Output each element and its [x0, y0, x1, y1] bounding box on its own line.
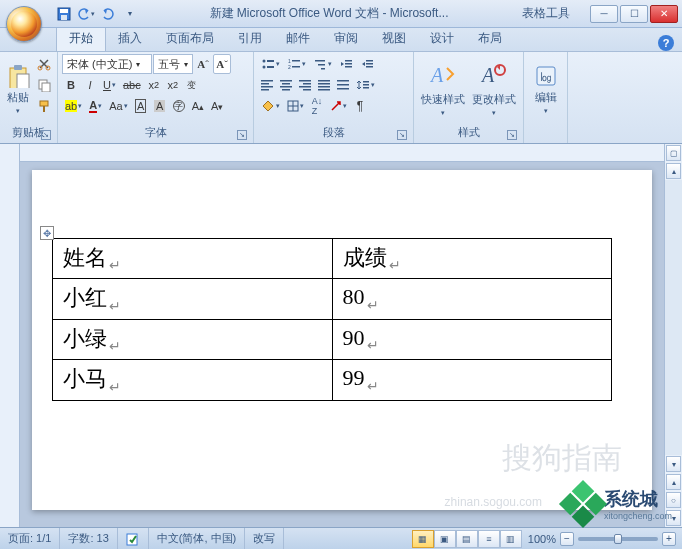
- table-cell[interactable]: 80↵: [332, 279, 612, 319]
- zoom-level[interactable]: 100%: [528, 533, 556, 545]
- paste-label: 粘贴: [7, 90, 29, 105]
- redo-icon[interactable]: [98, 4, 118, 24]
- copy-icon[interactable]: [34, 75, 54, 95]
- help-icon[interactable]: ?: [658, 35, 674, 51]
- underline-button[interactable]: U▾: [100, 75, 119, 95]
- zoom-out-button[interactable]: −: [560, 532, 574, 546]
- subscript-button[interactable]: x2: [145, 75, 163, 95]
- change-styles-button[interactable]: A 更改样式▾: [470, 54, 520, 125]
- web-layout-view-icon[interactable]: ▤: [456, 530, 478, 548]
- distribute-button[interactable]: [334, 75, 352, 95]
- char-shading-button[interactable]: A: [151, 96, 169, 116]
- phonetic-guide-button[interactable]: 变: [183, 75, 201, 95]
- borders-button[interactable]: ▾: [284, 96, 307, 116]
- bold-button[interactable]: B: [62, 75, 80, 95]
- align-left-button[interactable]: [258, 75, 276, 95]
- tab-mailings[interactable]: 邮件: [274, 26, 322, 51]
- justify-button[interactable]: [315, 75, 333, 95]
- font-size-combo[interactable]: 五号▾: [153, 54, 193, 74]
- tab-design[interactable]: 设计: [418, 26, 466, 51]
- svg-rect-37: [299, 80, 311, 82]
- ribbon: 粘贴 ▾ 剪贴板↘ 宋体 (中文正)▾ 五号▾ Aˆ Aˇ B I U▾: [0, 52, 682, 144]
- scroll-up-icon[interactable]: ▴: [666, 163, 681, 179]
- full-screen-view-icon[interactable]: ▣: [434, 530, 456, 548]
- horizontal-ruler[interactable]: [20, 144, 664, 162]
- editing-button[interactable]: ㏒ 编辑▾: [528, 54, 563, 125]
- show-hide-button[interactable]: ¶: [351, 96, 369, 116]
- outline-view-icon[interactable]: ≡: [478, 530, 500, 548]
- clipboard-dialog-launcher[interactable]: ↘: [41, 130, 51, 140]
- qat-customize-icon[interactable]: ▾: [120, 4, 140, 24]
- shading-button[interactable]: ▾: [258, 96, 283, 116]
- grow-font-icon[interactable]: Aˆ: [194, 54, 212, 74]
- tab-references[interactable]: 引用: [226, 26, 274, 51]
- zoom-in-button[interactable]: +: [662, 532, 676, 546]
- cut-icon[interactable]: [34, 54, 54, 74]
- superscript-button[interactable]: x2: [164, 75, 182, 95]
- sort-button[interactable]: A↓Z: [308, 96, 326, 116]
- draft-view-icon[interactable]: ▥: [500, 530, 522, 548]
- close-button[interactable]: ✕: [650, 5, 678, 23]
- undo-icon[interactable]: ▾: [76, 4, 96, 24]
- table-cell[interactable]: 姓名↵: [53, 239, 333, 279]
- tab-review[interactable]: 审阅: [322, 26, 370, 51]
- highlight-button[interactable]: ab▾: [62, 96, 85, 116]
- maximize-button[interactable]: ☐: [620, 5, 648, 23]
- char-border-button[interactable]: A: [132, 96, 150, 116]
- svg-rect-38: [303, 83, 311, 85]
- align-right-button[interactable]: [296, 75, 314, 95]
- minimize-button[interactable]: ─: [590, 5, 618, 23]
- status-mode[interactable]: 改写: [245, 528, 284, 549]
- paste-button[interactable]: 粘贴 ▾: [4, 54, 32, 125]
- status-page[interactable]: 页面: 1/1: [0, 528, 60, 549]
- shrink-font2-button[interactable]: A▾: [208, 96, 226, 116]
- tab-home[interactable]: 开始: [56, 25, 106, 51]
- status-language[interactable]: 中文(简体, 中国): [149, 528, 245, 549]
- quick-styles-button[interactable]: A 快速样式▾: [418, 54, 468, 125]
- print-layout-view-icon[interactable]: ▦: [412, 530, 434, 548]
- format-painter-icon[interactable]: [34, 96, 54, 116]
- tab-page-layout[interactable]: 页面布局: [154, 26, 226, 51]
- numbering-button[interactable]: 12▾: [284, 54, 309, 74]
- status-words[interactable]: 字数: 13: [60, 528, 117, 549]
- table-cell[interactable]: 成绩↵: [332, 239, 612, 279]
- font-color-button[interactable]: A▾: [86, 96, 105, 116]
- tab-layout[interactable]: 布局: [466, 26, 514, 51]
- vertical-ruler[interactable]: [0, 144, 20, 527]
- table-cell[interactable]: 99↵: [332, 360, 612, 400]
- table-cell[interactable]: 90↵: [332, 319, 612, 359]
- font-dialog-launcher[interactable]: ↘: [237, 130, 247, 140]
- bullets-button[interactable]: ▾: [258, 54, 283, 74]
- shrink-font-icon[interactable]: Aˇ: [213, 54, 231, 74]
- status-proofing-icon[interactable]: [118, 528, 149, 549]
- paragraph-dialog-launcher[interactable]: ↘: [397, 130, 407, 140]
- vertical-scrollbar[interactable]: ▢ ▴ ▾ ▴ ○ ▾: [664, 144, 682, 527]
- table-cell[interactable]: 小绿↵: [53, 319, 333, 359]
- svg-rect-39: [299, 86, 311, 88]
- line-spacing-button[interactable]: ▾: [353, 75, 378, 95]
- grow-font2-button[interactable]: A▴: [189, 96, 207, 116]
- decrease-indent-button[interactable]: [336, 54, 356, 74]
- align-center-button[interactable]: [277, 75, 295, 95]
- save-icon[interactable]: [54, 4, 74, 24]
- styles-dialog-launcher[interactable]: ↘: [507, 130, 517, 140]
- ruler-toggle-icon[interactable]: ▢: [666, 145, 681, 161]
- table-cell[interactable]: 小红↵: [53, 279, 333, 319]
- table-cell[interactable]: 小马↵: [53, 360, 333, 400]
- zoom-slider[interactable]: [578, 537, 658, 541]
- enclose-char-button[interactable]: 字: [170, 96, 188, 116]
- scroll-down-icon[interactable]: ▾: [666, 456, 681, 472]
- document-table[interactable]: 姓名↵ 成绩↵ 小红↵ 80↵ 小绿↵ 90↵ 小马↵ 99↵: [52, 238, 612, 401]
- office-button[interactable]: [6, 6, 42, 42]
- italic-button[interactable]: I: [81, 75, 99, 95]
- svg-rect-43: [318, 86, 330, 88]
- tab-insert[interactable]: 插入: [106, 26, 154, 51]
- font-family-combo[interactable]: 宋体 (中文正)▾: [62, 54, 152, 74]
- change-case-button[interactable]: Aa▾: [106, 96, 130, 116]
- text-direction-button[interactable]: ▾: [327, 96, 350, 116]
- increase-indent-button[interactable]: [357, 54, 377, 74]
- multilevel-button[interactable]: ▾: [310, 54, 335, 74]
- strikethrough-button[interactable]: abc: [120, 75, 144, 95]
- table-move-handle-icon[interactable]: ✥: [40, 226, 54, 240]
- tab-view[interactable]: 视图: [370, 26, 418, 51]
